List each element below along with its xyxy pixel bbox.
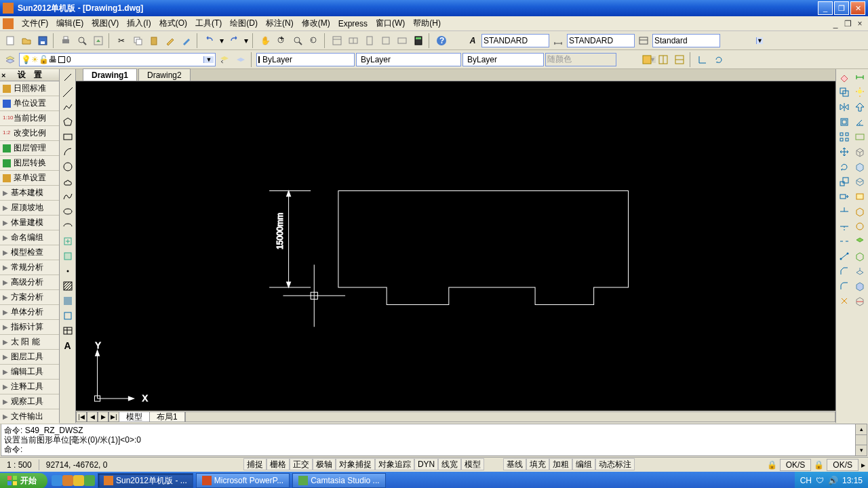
- revolve-icon[interactable]: [853, 279, 867, 293]
- layerprops-icon[interactable]: [3, 52, 18, 67]
- sidebar-item-22[interactable]: ▶文件输出: [0, 409, 59, 424]
- tab-layout1[interactable]: 布局1: [149, 411, 185, 422]
- sidebar-item-2[interactable]: 1:10当前比例: [0, 111, 59, 126]
- status-toggle[interactable]: 编组: [572, 458, 595, 470]
- chamfer-icon[interactable]: [837, 264, 851, 278]
- viewport3-icon[interactable]: [672, 52, 687, 67]
- taskbar-app[interactable]: Camtasia Studio ...: [292, 473, 385, 488]
- gradient-icon[interactable]: [61, 294, 75, 308]
- sidebar-item-13[interactable]: ▶高级分析: [0, 275, 59, 290]
- redo-dropdown-icon[interactable]: ▾: [243, 33, 250, 48]
- plotstyle-combo[interactable]: ▼: [462, 53, 544, 66]
- sidebar-item-5[interactable]: 图层转换: [0, 156, 59, 171]
- publish-icon[interactable]: [91, 33, 106, 48]
- leader-icon[interactable]: [853, 130, 867, 144]
- sidebar-item-21[interactable]: ▶观察工具: [0, 394, 59, 409]
- status-toggle[interactable]: 栅格: [267, 458, 290, 470]
- textstyle-icon[interactable]: A: [465, 33, 480, 48]
- move-icon[interactable]: [837, 145, 851, 159]
- pline-icon[interactable]: [61, 100, 75, 114]
- tab-next-icon[interactable]: ▶: [98, 411, 108, 422]
- tab-first-icon[interactable]: |◀: [76, 411, 87, 422]
- status-toggle[interactable]: 填充: [526, 458, 549, 470]
- menu-tools[interactable]: 工具(T): [191, 16, 226, 30]
- slice-icon[interactable]: [853, 294, 867, 308]
- textstyle-combo[interactable]: ▼: [481, 34, 549, 47]
- tablestyle-combo[interactable]: ▼: [652, 34, 720, 47]
- taskbar-app[interactable]: Microsoft PowerP...: [196, 473, 290, 488]
- rotate-icon[interactable]: [837, 160, 851, 174]
- arc-icon[interactable]: [61, 145, 75, 159]
- viewport2-icon[interactable]: [656, 52, 671, 67]
- face-icon[interactable]: [853, 190, 867, 203]
- sidebar-item-7[interactable]: ▶基本建模: [0, 186, 59, 201]
- lock-icon[interactable]: 🔒: [767, 460, 777, 470]
- hscroll-track[interactable]: [185, 411, 835, 422]
- ucs-icon[interactable]: [695, 52, 710, 67]
- paste-icon[interactable]: [146, 33, 161, 48]
- mdi-minimize-button[interactable]: _: [830, 19, 841, 28]
- stretch-icon[interactable]: [837, 190, 851, 203]
- offset-icon[interactable]: [837, 115, 851, 129]
- xline-icon[interactable]: [61, 85, 75, 99]
- tablestyle-input[interactable]: [654, 36, 756, 45]
- tab-last-icon[interactable]: ▶|: [108, 411, 119, 422]
- lock-icon[interactable]: 🔒: [814, 460, 824, 470]
- preview-icon[interactable]: [75, 33, 90, 48]
- measure-angle-icon[interactable]: [853, 115, 867, 129]
- mirror-icon[interactable]: [837, 100, 851, 114]
- save-icon[interactable]: [35, 33, 50, 48]
- sidebar-item-4[interactable]: 图层管理: [0, 141, 59, 156]
- menu-format[interactable]: 格式(O): [155, 16, 191, 30]
- tray-ime[interactable]: CH: [800, 476, 812, 485]
- building-outline[interactable]: [338, 191, 629, 305]
- polygon-icon[interactable]: [61, 115, 75, 129]
- undo-icon[interactable]: [202, 33, 217, 48]
- zoom-realtime-icon[interactable]: +: [274, 33, 289, 48]
- panel-close-icon[interactable]: ×: [1, 71, 5, 79]
- dimstyle-combo[interactable]: ▼: [567, 34, 635, 47]
- torus-icon[interactable]: [853, 235, 867, 248]
- pan-icon[interactable]: ✋: [258, 33, 273, 48]
- point-icon[interactable]: [61, 264, 75, 278]
- status-toggle[interactable]: DYN: [414, 458, 438, 470]
- lineweight-input[interactable]: [361, 55, 462, 64]
- layer-name-input[interactable]: [66, 55, 203, 64]
- tab-drawing1[interactable]: Drawing1: [83, 68, 137, 81]
- drawing-canvas[interactable]: 15000mm Y X: [76, 81, 835, 411]
- rectangle-icon[interactable]: [61, 130, 75, 144]
- menu-edit[interactable]: 编辑(E): [52, 16, 87, 30]
- status-toggle[interactable]: 加粗: [549, 458, 572, 470]
- matchprop-icon[interactable]: [163, 33, 178, 48]
- viewport1-icon[interactable]: [639, 52, 654, 67]
- copy-icon[interactable]: [130, 33, 145, 48]
- circle-icon[interactable]: [61, 160, 75, 174]
- cut-icon[interactable]: ✂: [114, 33, 129, 48]
- tab-model[interactable]: 模型: [119, 411, 150, 422]
- sidebar-item-17[interactable]: ▶太 阳 能: [0, 335, 59, 350]
- sheetset-icon[interactable]: [378, 33, 393, 48]
- designcenter-icon[interactable]: [346, 33, 361, 48]
- command-window[interactable]: 命令: S49_RZ_DWSZ 设置当前图形单位[毫米(0)/米(1)]<0>:…: [1, 424, 867, 456]
- sidebar-item-11[interactable]: ▶模型检查: [0, 245, 59, 260]
- spline-icon[interactable]: [61, 190, 75, 203]
- sidebar-item-12[interactable]: ▶常规分析: [0, 260, 59, 275]
- block-icon[interactable]: [61, 249, 75, 263]
- status-toggle[interactable]: 线宽: [438, 458, 461, 470]
- redo-icon[interactable]: [226, 33, 241, 48]
- extrude-icon[interactable]: [853, 264, 867, 278]
- status-toggle[interactable]: 正交: [290, 458, 313, 470]
- mtext-icon[interactable]: A: [61, 339, 75, 352]
- maximize-button[interactable]: ❐: [834, 1, 849, 15]
- dimension-vertical[interactable]: 15000mm: [269, 191, 311, 288]
- sidebar-item-0[interactable]: 日照标准: [0, 81, 59, 96]
- status-toggle[interactable]: 对象捕捉: [336, 458, 375, 470]
- sidebar-item-3[interactable]: 1:2改变比例: [0, 126, 59, 141]
- new-icon[interactable]: [3, 33, 18, 48]
- mdi-close-button[interactable]: ×: [854, 19, 865, 28]
- status-toggle[interactable]: 动态标注: [595, 458, 635, 470]
- tablestyle-icon[interactable]: [636, 33, 651, 48]
- sidebar-item-20[interactable]: ▶注释工具: [0, 380, 59, 394]
- scale-icon[interactable]: [837, 175, 851, 188]
- ellipsearc-icon[interactable]: [61, 220, 75, 233]
